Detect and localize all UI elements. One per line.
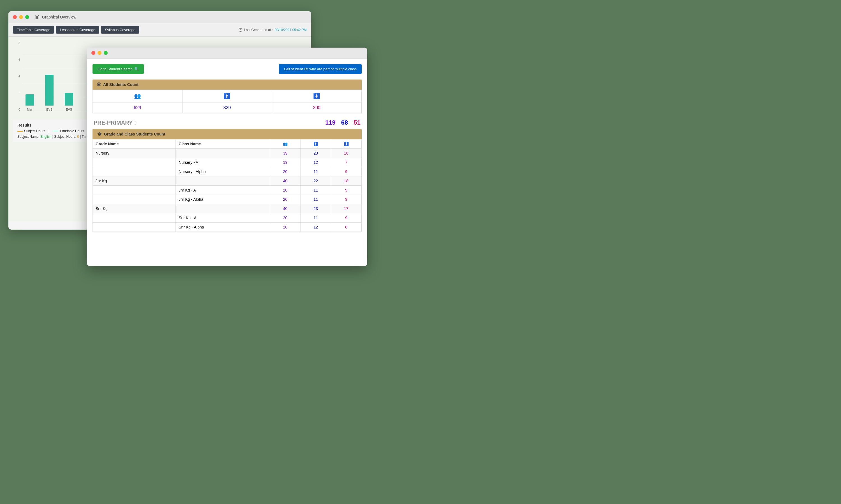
cell-female: 9 bbox=[331, 195, 362, 204]
legend-timetable-hours: Timetable Hours bbox=[53, 129, 84, 133]
class-row: Snr Kg - Alpha20128 bbox=[93, 222, 362, 232]
bank-icon: 🏛 bbox=[97, 82, 101, 87]
cell-male: 12 bbox=[301, 158, 331, 167]
cell-class-name: Snr Kg - Alpha bbox=[176, 222, 270, 232]
svg-rect-2 bbox=[38, 16, 39, 19]
cell-total: 20 bbox=[270, 222, 301, 232]
traffic-light-yellow[interactable] bbox=[19, 15, 23, 19]
back-window-toolbar: TimeTable Coverage Lessonplan Coverage S… bbox=[8, 23, 311, 37]
all-students-male: 329 bbox=[182, 103, 272, 113]
cell-class-name: Jnr Kg - Alpha bbox=[176, 195, 270, 204]
bar-mar bbox=[25, 94, 34, 106]
cell-total: 40 bbox=[270, 204, 301, 213]
pre-primary-counts: 119 68 51 bbox=[325, 119, 361, 126]
cell-male: 23 bbox=[301, 204, 331, 213]
cell-grade-name bbox=[93, 167, 176, 176]
svg-rect-1 bbox=[37, 16, 38, 19]
cell-class-name: Nursery - Alpha bbox=[176, 167, 270, 176]
grade-section-header: 🎓 Grade and Class Students Count bbox=[92, 129, 362, 139]
cell-grade-name: Nursery bbox=[93, 149, 176, 158]
cell-female: 7 bbox=[331, 158, 362, 167]
pre-primary-female: 51 bbox=[354, 119, 361, 126]
svg-rect-0 bbox=[35, 15, 36, 19]
cell-total: 20 bbox=[270, 167, 301, 176]
bar-group-mar: Mar bbox=[25, 94, 34, 111]
grade-table-body: Nursery392316Nursery - A19127Nursery - A… bbox=[93, 149, 362, 232]
go-to-student-search-button[interactable]: Go to Student Search 🔍 bbox=[92, 64, 144, 74]
col-total-icon: 👥 bbox=[270, 140, 301, 149]
cell-total: 20 bbox=[270, 213, 301, 222]
col-male-icon: 🚹 bbox=[301, 140, 331, 149]
get-student-list-multiple-class-button[interactable]: Get student list who are part of multipl… bbox=[279, 64, 362, 74]
pre-primary-male: 68 bbox=[341, 119, 348, 126]
class-row: Nursery - A19127 bbox=[93, 158, 362, 167]
cell-male: 12 bbox=[301, 222, 331, 232]
action-row: Go to Student Search 🔍 Get student list … bbox=[92, 64, 362, 74]
cell-female: 18 bbox=[331, 176, 362, 186]
front-traffic-light-red[interactable] bbox=[91, 51, 95, 55]
pre-primary-total: 119 bbox=[325, 119, 336, 126]
cell-male: 22 bbox=[301, 176, 331, 186]
cell-class-name: Jnr Kg - A bbox=[176, 186, 270, 195]
legend-subject-hours: Subject Hours bbox=[17, 129, 45, 133]
cell-male: 23 bbox=[301, 149, 331, 158]
cell-grade-name bbox=[93, 158, 176, 167]
cell-female: 17 bbox=[331, 204, 362, 213]
tab-lessonplan[interactable]: Lessonplan Coverage bbox=[56, 26, 99, 34]
cell-total: 20 bbox=[270, 195, 301, 204]
class-row: Nursery - Alpha20119 bbox=[93, 167, 362, 176]
grade-row: Jnr Kg402218 bbox=[93, 176, 362, 186]
tab-buttons: TimeTable Coverage Lessonplan Coverage S… bbox=[13, 26, 139, 34]
cell-male: 11 bbox=[301, 213, 331, 222]
all-students-total-icon: 👥 bbox=[93, 90, 183, 103]
cell-grade-name bbox=[93, 195, 176, 204]
bar-evs1 bbox=[45, 75, 54, 106]
col-grade-name: Grade Name bbox=[93, 140, 176, 149]
traffic-light-red[interactable] bbox=[13, 15, 17, 19]
col-class-name: Class Name bbox=[176, 140, 270, 149]
last-generated: Last Generated at : 20/10/2021 05:42 PM bbox=[239, 28, 307, 32]
cell-male: 11 bbox=[301, 167, 331, 176]
grade-table: Grade Name Class Name 👥 🚹 🚺 bbox=[92, 139, 362, 232]
search-icon: 🔍 bbox=[134, 67, 139, 71]
cell-grade-name bbox=[93, 186, 176, 195]
front-traffic-light-yellow[interactable] bbox=[98, 51, 102, 55]
all-students-male-icon: 🚹 bbox=[182, 90, 272, 103]
back-window-title: Graphical Overview bbox=[35, 15, 76, 20]
bar-group-evs1: EVS bbox=[45, 75, 54, 111]
cell-total: 20 bbox=[270, 186, 301, 195]
cell-class-name bbox=[176, 204, 270, 213]
class-row: Jnr Kg - Alpha20119 bbox=[93, 195, 362, 204]
bar-evs2 bbox=[65, 93, 73, 106]
all-students-header: 🏛 All Students Count bbox=[92, 79, 362, 90]
cell-grade-name: Jnr Kg bbox=[93, 176, 176, 186]
back-window-titlebar: Graphical Overview bbox=[8, 11, 311, 23]
cell-class-name: Snr Kg - A bbox=[176, 213, 270, 222]
tab-syllabus[interactable]: Syllabus Coverage bbox=[101, 26, 139, 34]
cell-grade-name: Snr Kg bbox=[93, 204, 176, 213]
y-axis: 8 6 4 2 0 bbox=[13, 41, 21, 111]
col-female-icon: 🚺 bbox=[331, 140, 362, 149]
cell-female: 16 bbox=[331, 149, 362, 158]
cell-class-name bbox=[176, 149, 270, 158]
cell-total: 40 bbox=[270, 176, 301, 186]
class-row: Snr Kg - A20119 bbox=[93, 213, 362, 222]
cell-female: 9 bbox=[331, 186, 362, 195]
cell-grade-name bbox=[93, 222, 176, 232]
cell-class-name: Nursery - A bbox=[176, 158, 270, 167]
all-students-female: 300 bbox=[272, 103, 362, 113]
cell-female: 9 bbox=[331, 167, 362, 176]
cell-class-name bbox=[176, 176, 270, 186]
cell-male: 11 bbox=[301, 186, 331, 195]
traffic-light-green[interactable] bbox=[25, 15, 29, 19]
all-students-total: 629 bbox=[93, 103, 183, 113]
last-generated-time: 20/10/2021 05:42 PM bbox=[274, 28, 307, 32]
class-row: Jnr Kg - A20119 bbox=[93, 186, 362, 195]
grade-row: Snr Kg402317 bbox=[93, 204, 362, 213]
front-traffic-light-green[interactable] bbox=[104, 51, 108, 55]
cell-female: 9 bbox=[331, 213, 362, 222]
front-window-content: Go to Student Search 🔍 Get student list … bbox=[87, 58, 367, 263]
tab-timetable[interactable]: TimeTable Coverage bbox=[13, 26, 54, 34]
cell-male: 11 bbox=[301, 195, 331, 204]
front-window: Go to Student Search 🔍 Get student list … bbox=[87, 48, 367, 266]
